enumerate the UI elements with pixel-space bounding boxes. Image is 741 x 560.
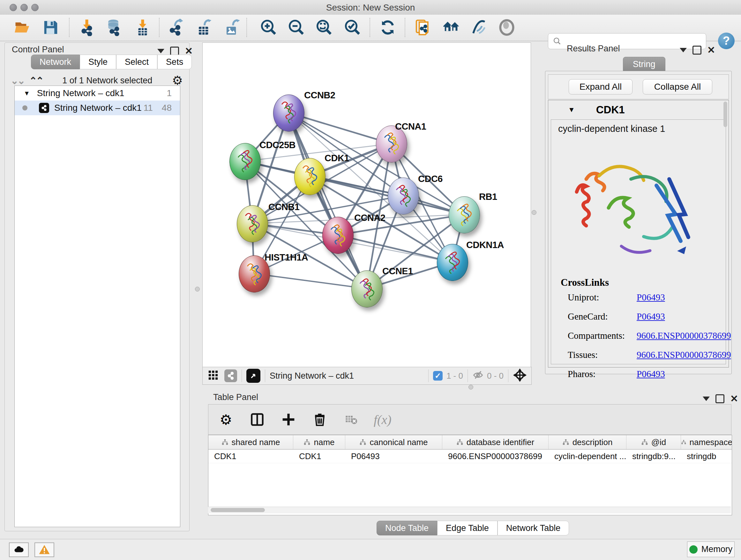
network-row[interactable]: String Network – cdk1 11 48 <box>15 101 180 115</box>
highlight-eye-icon[interactable] <box>497 18 516 37</box>
tab-node-table[interactable]: Node Table <box>377 521 437 536</box>
maximize-panel-icon[interactable] <box>716 394 724 403</box>
close-panel-icon[interactable]: ✕ <box>707 47 715 54</box>
import-table-from-file-icon[interactable] <box>133 18 152 37</box>
table-options-gear-icon[interactable]: ⚙ <box>217 411 234 428</box>
node-label-CDK1: CDK1 <box>325 153 349 164</box>
node-CDKN1A[interactable] <box>437 244 468 281</box>
crosslink-link[interactable]: P06493 <box>636 292 665 303</box>
collection-expander-icon[interactable]: ▼ <box>23 90 30 97</box>
table-cell[interactable]: CDK1 <box>208 449 293 463</box>
memory-button[interactable]: Memory <box>687 542 735 557</box>
table-cell[interactable]: stringdb:9... <box>626 449 681 463</box>
delete-column-icon[interactable] <box>311 411 328 428</box>
protein-structure-thumbnail <box>437 244 468 281</box>
left-splitter-handle[interactable] <box>195 287 200 292</box>
expand-all-button[interactable]: Expand All <box>569 79 632 95</box>
column-header-canonical-name[interactable]: canonical name <box>345 435 442 449</box>
node-CCNB1[interactable] <box>237 205 268 242</box>
node-CCNB2[interactable] <box>273 95 305 132</box>
node-CCNA2[interactable] <box>322 217 354 254</box>
string-import-icon[interactable] <box>414 18 432 37</box>
birds-eye-view-icon[interactable] <box>246 369 260 383</box>
selected-count-checkbox[interactable]: ✓ <box>433 371 443 381</box>
function-builder-icon[interactable]: f(x) <box>374 412 392 427</box>
zoom-in-icon[interactable] <box>259 18 278 37</box>
close-panel-icon[interactable]: ✕ <box>185 48 193 55</box>
refresh-view-icon[interactable] <box>379 18 397 37</box>
node-CDK1[interactable] <box>294 158 326 195</box>
table-cell[interactable]: P06493 <box>345 449 442 463</box>
table-cell[interactable]: cyclin-dependent ... <box>549 449 626 463</box>
crosslink-link[interactable]: 9606.ENSP00000378699 <box>636 330 731 341</box>
import-network-from-database-icon[interactable] <box>104 18 123 37</box>
zoom-fit-content-icon[interactable] <box>315 18 333 37</box>
hidden-eye-icon[interactable] <box>472 369 484 382</box>
tab-select[interactable]: Select <box>116 55 157 69</box>
column-header-description[interactable]: description <box>549 435 626 449</box>
scrollbar-thumb[interactable] <box>211 508 265 512</box>
column-header-database-identifier[interactable]: database identifier <box>442 435 549 449</box>
column-header-namespace[interactable]: namespace <box>681 435 732 449</box>
maximize-panel-icon[interactable] <box>170 47 179 56</box>
table-cell[interactable]: stringdb <box>681 449 732 463</box>
zoom-selected-icon[interactable] <box>343 18 362 37</box>
cybrowser-home-icon[interactable] <box>442 18 461 37</box>
network-canvas[interactable]: CCNB2CCNA1CDC25BCDK1CDC6RB1CCNB1CCNA2CDK… <box>202 43 531 367</box>
open-session-icon[interactable] <box>13 18 32 37</box>
crosslink-link[interactable]: P06493 <box>636 369 665 379</box>
zoom-out-icon[interactable] <box>287 18 306 37</box>
create-column-icon[interactable] <box>280 411 297 428</box>
close-panel-icon[interactable]: ✕ <box>730 395 738 402</box>
node-table[interactable]: shared namenamecanonical namedatabase id… <box>208 435 732 515</box>
warnings-button[interactable] <box>35 543 54 557</box>
crosslink-link[interactable]: P06493 <box>636 311 665 322</box>
node-CDC6[interactable] <box>388 178 419 214</box>
table-cell[interactable]: 9606.ENSP00000378699 <box>442 449 549 463</box>
collapse-all-networks-icon[interactable]: ⌄⌄ <box>10 75 24 86</box>
crosslink-label: Tissues: <box>568 350 598 360</box>
expand-all-networks-icon[interactable]: ⌃⌃ <box>29 75 43 86</box>
save-session-icon[interactable] <box>42 18 60 37</box>
table-row[interactable]: CDK1CDK1P064939606.ENSP00000378699cyclin… <box>208 449 732 463</box>
node-CDC25B[interactable] <box>229 143 261 180</box>
network-overview-icon[interactable] <box>224 369 237 382</box>
table-horizontal-scrollbar[interactable] <box>208 507 731 513</box>
node-CCNE1[interactable] <box>351 270 383 307</box>
grid-view-icon[interactable] <box>208 370 219 382</box>
export-network-icon[interactable] <box>167 18 186 37</box>
table-cell[interactable]: CDK1 <box>293 449 345 463</box>
export-table-icon[interactable] <box>195 18 214 37</box>
maximize-panel-icon[interactable] <box>692 46 701 55</box>
tab-network-table[interactable]: Network Table <box>497 521 569 536</box>
column-header-shared-name[interactable]: shared name <box>208 435 293 449</box>
import-network-from-file-icon[interactable] <box>77 18 96 37</box>
export-image-icon[interactable] <box>223 18 242 37</box>
delete-table-icon[interactable] <box>342 411 360 428</box>
node-RB1[interactable] <box>449 196 480 233</box>
network-collection-row[interactable]: ▼ String Network – cdk1 1 <box>15 86 180 101</box>
column-header-name[interactable]: name <box>293 435 345 449</box>
tab-edge-table[interactable]: Edge Table <box>437 521 497 536</box>
gene-entry-expander-icon[interactable]: ▼ <box>568 106 575 114</box>
tab-style[interactable]: Style <box>80 55 116 69</box>
tab-sets[interactable]: Sets <box>157 55 192 69</box>
cloud-button[interactable] <box>9 543 29 557</box>
status-bar: Memory <box>0 539 741 560</box>
crosslink-link[interactable]: 9606.ENSP00000378699 <box>636 350 731 360</box>
float-panel-icon[interactable] <box>703 396 710 401</box>
move-network-icon[interactable] <box>513 368 527 383</box>
tab-network[interactable]: Network <box>31 55 80 69</box>
hide-graphics-details-icon[interactable] <box>470 18 488 37</box>
right-splitter-handle[interactable] <box>532 210 536 215</box>
show-columns-icon[interactable] <box>249 411 266 428</box>
column-header-@id[interactable]: @id <box>626 435 681 449</box>
collapse-all-button[interactable]: Collapse All <box>643 79 712 95</box>
results-scrollbar-thumb[interactable] <box>724 102 727 127</box>
float-panel-icon[interactable] <box>157 49 164 53</box>
float-panel-icon[interactable] <box>680 48 687 52</box>
network-tree: ▼ String Network – cdk1 1 String Network… <box>14 85 180 527</box>
tab-string[interactable]: String <box>623 57 665 71</box>
node-label-CDC6: CDC6 <box>418 174 443 184</box>
protein-structure-thumbnail <box>294 159 325 195</box>
